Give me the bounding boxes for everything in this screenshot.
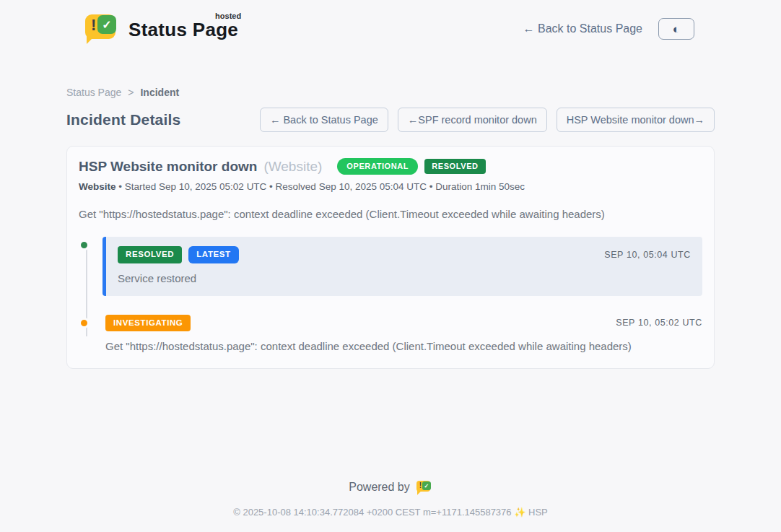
incident-title-row: HSP Website monitor down (Website) OPERA… xyxy=(79,158,702,175)
theme-toggle-button[interactable]: ◐ xyxy=(658,18,694,40)
back-to-status-page-button[interactable]: ← Back to Status Page xyxy=(260,108,388,132)
copyright-line: © 2025-10-08 14:10:34.772084 +0200 CEST … xyxy=(0,507,781,518)
timeline-timestamp: SEP 10, 05:02 UTC xyxy=(616,318,702,328)
footer-logo-check-box: ✓ xyxy=(422,481,431,490)
incident-nav-buttons: ← Back to Status Page ←SPF record monito… xyxy=(260,108,715,132)
powered-by: Powered by ! ✓ xyxy=(0,479,781,494)
timeline-entry-content: INVESTIGATING SEP 10, 05:02 UTC Get "htt… xyxy=(102,315,702,353)
incident-service: (Website) xyxy=(263,159,322,175)
next-incident-button[interactable]: HSP Website monitor down→ xyxy=(557,108,715,132)
header-back-link[interactable]: ← Back to Status Page xyxy=(523,22,642,35)
incident-description: Get "https://hostedstatus.page": context… xyxy=(79,208,702,220)
resolved-status-badge: RESOLVED xyxy=(424,159,486,174)
resolved-badge: RESOLVED xyxy=(118,246,182,263)
header: ! ✓ Status Page hosted ← Back to Status … xyxy=(0,0,781,48)
incident-card: HSP Website monitor down (Website) OPERA… xyxy=(66,146,715,369)
meta-details: • Started Sep 10, 2025 05:02 UTC • Resol… xyxy=(116,181,525,192)
timeline-entry-resolved: RESOLVED LATEST SEP 10, 05:04 UTC Servic… xyxy=(79,237,702,296)
title-row: Incident Details ← Back to Status Page ←… xyxy=(66,108,715,132)
header-right: ← Back to Status Page ◐ xyxy=(523,18,694,40)
timeline-dot-column xyxy=(79,315,102,328)
timeline-dot-column xyxy=(79,237,102,250)
logo-check-icon: ✓ xyxy=(102,18,111,32)
footer-logo-tail xyxy=(417,490,422,495)
timeline-badges: RESOLVED LATEST xyxy=(118,246,239,263)
breadcrumb-incident: Incident xyxy=(140,87,179,98)
main-content: Status Page > Incident Incident Details … xyxy=(66,87,715,369)
timeline-dot-orange xyxy=(79,318,90,328)
timeline-entry-investigating: INVESTIGATING SEP 10, 05:02 UTC Get "htt… xyxy=(79,315,702,353)
footer-logo-exclaim: ! xyxy=(419,481,422,489)
footer-logo-check-icon: ✓ xyxy=(424,483,429,489)
breadcrumb-status-page[interactable]: Status Page xyxy=(66,87,121,98)
brand-text: Status Page hosted xyxy=(128,19,238,41)
breadcrumb-separator: > xyxy=(128,87,134,98)
prev-incident-button[interactable]: ←SPF record monitor down xyxy=(398,108,547,132)
breadcrumb: Status Page > Incident xyxy=(66,87,715,98)
incident-timeline: RESOLVED LATEST SEP 10, 05:04 UTC Servic… xyxy=(79,237,702,352)
timeline-dot-green xyxy=(79,240,90,250)
logo-exclaim-glyph: ! xyxy=(91,16,96,35)
timeline-message: Service restored xyxy=(118,272,691,284)
incident-title: HSP Website monitor down xyxy=(79,159,257,175)
latest-badge: LATEST xyxy=(188,246,238,263)
powered-by-label: Powered by xyxy=(349,481,410,494)
brand-superscript: hosted xyxy=(215,12,241,20)
footer-logo-icon[interactable]: ! ✓ xyxy=(416,479,432,494)
brand[interactable]: ! ✓ Status Page hosted xyxy=(85,13,238,45)
logo-check-box: ✓ xyxy=(97,15,116,34)
brand-title: Status Page xyxy=(128,19,238,40)
meta-service-name: Website xyxy=(79,181,116,192)
timeline-timestamp: SEP 10, 05:04 UTC xyxy=(604,250,691,260)
timeline-entry-content: RESOLVED LATEST SEP 10, 05:04 UTC Servic… xyxy=(102,237,702,296)
page-title: Incident Details xyxy=(66,111,180,128)
timeline-entry-head: RESOLVED LATEST SEP 10, 05:04 UTC xyxy=(118,246,691,263)
status-page-logo-icon: ! ✓ xyxy=(85,13,120,45)
operational-badge: OPERATIONAL xyxy=(337,158,418,175)
incident-meta: Website • Started Sep 10, 2025 05:02 UTC… xyxy=(79,181,702,192)
timeline-badges: INVESTIGATING xyxy=(105,315,191,332)
footer: Powered by ! ✓ © 2025-10-08 14:10:34.772… xyxy=(0,479,781,532)
investigating-badge: INVESTIGATING xyxy=(105,315,191,332)
timeline-entry-head: INVESTIGATING SEP 10, 05:02 UTC xyxy=(105,315,702,332)
timeline-message: Get "https://hostedstatus.page": context… xyxy=(105,340,702,352)
contrast-icon: ◐ xyxy=(673,23,680,35)
